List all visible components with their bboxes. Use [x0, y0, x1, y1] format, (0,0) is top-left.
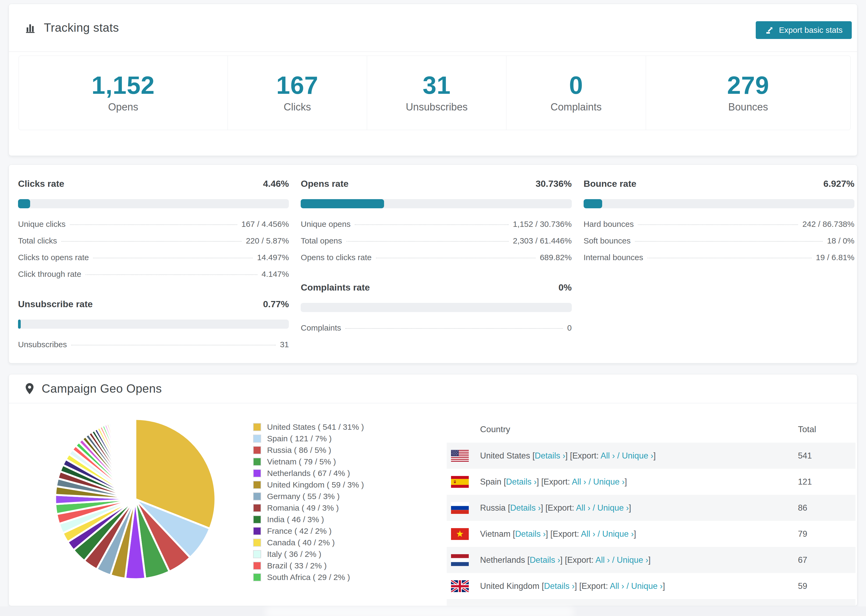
dotted-leader [647, 258, 811, 258]
stat-label: Complaints [551, 101, 601, 113]
bracket: ] [653, 451, 656, 460]
export-all-link[interactable]: All › [572, 477, 586, 486]
rate-block-value: 0.77% [263, 298, 289, 310]
stat-label: Unsubscribes [406, 101, 468, 113]
bracket: [ [510, 529, 515, 539]
country-cell: United States [Details ›] [Export: All ›… [469, 451, 798, 460]
legend-item-canada: Canada ( 40 / 2% ) [253, 537, 364, 548]
country-name: Russia [480, 503, 505, 512]
table-row-united-kingdom: United Kingdom [Details ›] [Export: All … [447, 573, 855, 599]
campaign-geo-opens-card: Campaign Geo Opens United States ( 541 /… [9, 374, 857, 606]
country-name: Vietnam [480, 529, 510, 539]
export-unique-link[interactable]: Unique › [617, 555, 648, 565]
legend-label: Canada ( 40 / 2% ) [267, 538, 335, 547]
export-unique-link[interactable]: Unique › [622, 451, 653, 460]
rate-row-value: 14.497% [257, 253, 289, 262]
rate-block-head: Unsubscribe rate0.77% [18, 298, 289, 310]
rate-block-clicks-rate: Clicks rate4.46%Unique clicks167 / 4.456… [18, 178, 289, 283]
rate-row-unsubscribes: Unsubscribes31 [18, 336, 289, 353]
rate-progress-track [18, 199, 289, 208]
legend-label: United Kingdom ( 59 / 3% ) [267, 480, 364, 489]
total-cell: 67 [798, 555, 855, 565]
table-row-united-states: United States [Details ›] [Export: All ›… [447, 443, 855, 469]
dotted-leader [376, 258, 535, 258]
stat-box-unsubscribes: 31Unsubscribes [367, 56, 506, 130]
details-link[interactable]: Details › [529, 555, 560, 565]
export-unique-link[interactable]: Unique › [597, 503, 629, 512]
rate-block-head: Bounce rate6.927% [584, 178, 855, 190]
details-link[interactable]: Details › [544, 581, 575, 591]
geo-body: United States ( 541 / 31% )Spain ( 121 /… [9, 404, 857, 606]
rate-progress-track [301, 199, 572, 208]
flag-nl-icon [451, 554, 469, 566]
export-all-link[interactable]: All › [595, 555, 610, 565]
rate-block-head: Complaints rate0% [301, 281, 572, 293]
rate-row-label: Opens to clicks rate [301, 253, 372, 262]
country-cell: Spain [Details ›] [Export: All › / Uniqu… [469, 477, 798, 487]
legend-swatch [253, 527, 261, 535]
export-word: Export: [548, 503, 576, 512]
rate-progress-track [301, 303, 572, 312]
table-row-vietnam: Vietnam [Details ›] [Export: All › / Uni… [447, 521, 855, 547]
rate-row-unique-opens: Unique opens1,152 / 30.736% [301, 216, 572, 233]
rates-card: Clicks rate4.46%Unique clicks167 / 4.456… [9, 165, 857, 363]
rate-row-internal-bounces: Internal bounces19 / 6.81% [584, 249, 855, 266]
legend-item-romania: Romania ( 49 / 3% ) [253, 502, 364, 514]
export-all-link[interactable]: All › [601, 451, 615, 460]
bracket: [ [501, 477, 506, 486]
link-separator: / [595, 529, 602, 539]
export-unique-link[interactable]: Unique › [602, 529, 634, 539]
export-word: Export: [553, 529, 581, 539]
geo-legend: United States ( 541 / 31% )Spain ( 121 /… [253, 421, 364, 583]
bottom-glow [265, 607, 574, 616]
rate-row-clicks-to-opens-rate: Clicks to opens rate14.497% [18, 249, 289, 266]
details-link[interactable]: Details › [535, 451, 565, 460]
page-bottom-strip [0, 606, 866, 616]
legend-label: Spain ( 121 / 7% ) [267, 434, 332, 443]
stat-label: Clicks [284, 101, 311, 113]
bracket: [ [505, 503, 510, 512]
rate-progress-fill [584, 199, 602, 208]
geo-table-header: Country Total [447, 416, 855, 443]
export-button-label: Export basic stats [779, 25, 842, 35]
export-all-link[interactable]: All › [581, 529, 595, 539]
export-all-link[interactable]: All › [576, 503, 590, 512]
table-row-spain: Spain [Details ›] [Export: All › / Uniqu… [447, 469, 855, 495]
legend-item-united-states: United States ( 541 / 31% ) [253, 421, 364, 433]
legend-item-france: France ( 42 / 2% ) [253, 525, 364, 537]
rate-row-hard-bounces: Hard bounces242 / 86.738% [584, 216, 855, 233]
rate-row-total-clicks: Total clicks220 / 5.87% [18, 233, 289, 249]
legend-label: Italy ( 36 / 2% ) [267, 550, 321, 559]
bracket: ] [663, 581, 665, 591]
rate-column: Bounce rate6.927%Hard bounces242 / 86.73… [575, 178, 857, 353]
legend-label: India ( 46 / 3% ) [267, 515, 324, 524]
rate-rows: Unsubscribes31 [18, 336, 289, 353]
stat-value: 167 [276, 73, 318, 97]
link-separator: / [615, 451, 622, 460]
export-basic-stats-button[interactable]: Export basic stats [756, 21, 852, 39]
export-unique-link[interactable]: Unique › [631, 581, 663, 591]
rate-row-label: Unique clicks [18, 220, 66, 229]
rate-progress-track [584, 199, 855, 208]
legend-swatch [253, 492, 261, 500]
legend-item-united-kingdom: United Kingdom ( 59 / 3% ) [253, 479, 364, 490]
rate-row-value: 18 / 0% [827, 236, 855, 245]
export-all-link[interactable]: All › [610, 581, 624, 591]
rate-block-title: Complaints rate [301, 281, 370, 293]
geo-header: Campaign Geo Opens [9, 374, 857, 404]
export-word: Export: [567, 555, 595, 565]
details-link[interactable]: Details › [506, 477, 537, 486]
legend-item-india: India ( 46 / 3% ) [253, 514, 364, 525]
details-link[interactable]: Details › [510, 503, 541, 512]
country-column-header: Country [447, 424, 798, 434]
export-unique-link[interactable]: Unique › [593, 477, 625, 486]
geo-pie-chart [49, 413, 221, 585]
country-cell: Russia [Details ›] [Export: All › / Uniq… [469, 503, 798, 513]
details-link[interactable]: Details › [515, 529, 546, 539]
rate-row-label: Hard bounces [584, 220, 634, 229]
rate-block-value: 4.46% [263, 178, 289, 190]
legend-swatch [253, 504, 261, 512]
legend-swatch [253, 446, 261, 454]
legend-item-germany: Germany ( 55 / 3% ) [253, 490, 364, 502]
total-cell: 541 [798, 451, 855, 460]
